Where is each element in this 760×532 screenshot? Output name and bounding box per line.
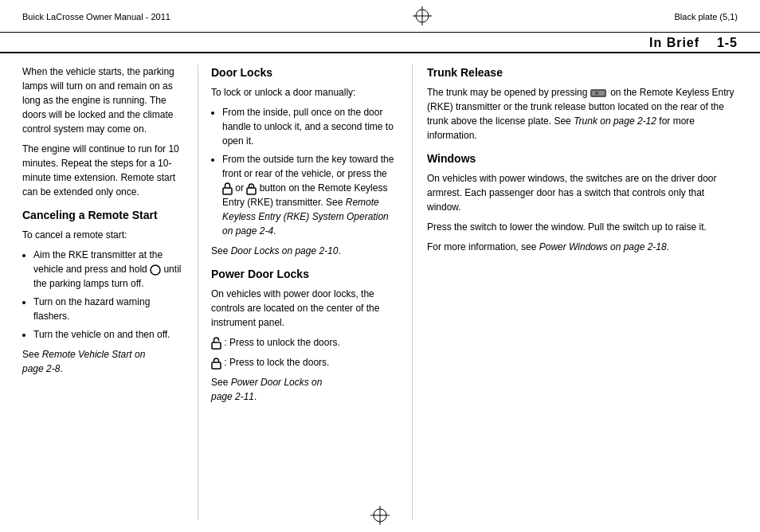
see-door-locks: See Door Locks on page 2-10. — [211, 244, 399, 258]
bottom-crosshair — [370, 506, 390, 527]
door-bullet-2: From the outside turn the key toward the… — [222, 152, 399, 238]
cancel-bullets: Aim the RKE transmitter at the vehicle a… — [33, 248, 185, 342]
col-middle: Door Locks To lock or unlock a door manu… — [198, 65, 413, 520]
svg-point-3 — [151, 265, 160, 275]
door-locks-intro: To lock or unlock a door manually: — [211, 85, 399, 100]
header-crosshair — [413, 6, 432, 27]
door-bullet-1: From the inside, pull once on the door h… — [222, 105, 399, 148]
cancel-bullet-2: Turn on the hazard warning flashers. — [33, 295, 185, 323]
page-container: Buick LaCrosse Owner Manual - 2011 Black… — [0, 0, 760, 532]
windows-p2: Press the switch to lower the window. Pu… — [427, 220, 738, 234]
windows-p3: For more information, see Power Windows … — [427, 240, 738, 254]
col-left: When the vehicle starts, the parking lam… — [22, 65, 198, 520]
power-door-locks-intro: On vehicles with power door locks, the c… — [211, 287, 399, 330]
see-remote: See Remote Vehicle Start onpage 2-8. — [22, 347, 185, 376]
door-locks-heading: Door Locks — [211, 65, 399, 81]
cancel-bullet-1: Aim the RKE transmitter at the vehicle a… — [33, 248, 185, 291]
main-content: When the vehicle starts, the parking lam… — [0, 53, 760, 528]
power-door-locks-heading: Power Door Locks — [211, 266, 399, 283]
windows-p1: On vehicles with power windows, the swit… — [427, 171, 738, 214]
trunk-p1: The trunk may be opened by pressing on t… — [427, 85, 738, 143]
lock-line: : Press to lock the doors. — [211, 355, 399, 370]
svg-rect-4 — [223, 188, 232, 194]
intro-p1: When the vehicle starts, the parking lam… — [22, 65, 185, 136]
page-title-bar: In Brief 1-5 — [0, 33, 760, 53]
intro-p2: The engine will continue to run for 10 m… — [22, 142, 185, 199]
header-left: Buick LaCrosse Owner Manual - 2011 — [22, 12, 170, 22]
see-power: See Power Door Locks onpage 2-11. — [211, 375, 399, 404]
windows-heading: Windows — [427, 151, 738, 167]
cancel-heading: Canceling a Remote Start — [22, 207, 185, 224]
svg-rect-7 — [212, 342, 221, 349]
col-right: Trunk Release The trunk may be opened by… — [413, 65, 738, 520]
page-header: Buick LaCrosse Owner Manual - 2011 Black… — [0, 0, 760, 33]
unlock-line: : Press to unlock the doors. — [211, 335, 399, 350]
trunk-heading: Trunk Release — [427, 65, 738, 81]
cancel-intro: To cancel a remote start: — [22, 228, 185, 242]
svg-rect-11 — [595, 92, 598, 95]
page-title: In Brief 1-5 — [649, 36, 738, 50]
door-locks-bullets: From the inside, pull once on the door h… — [222, 105, 399, 238]
rke-link: Remote Keyless Entry (RKE) System Operat… — [222, 197, 389, 237]
cancel-bullet-3: Turn the vehicle on and then off. — [33, 327, 185, 342]
header-right: Black plate (5,1) — [675, 12, 738, 22]
svg-rect-5 — [247, 188, 256, 194]
svg-rect-8 — [212, 362, 221, 369]
remote-link: Remote Vehicle Start onpage 2-8 — [22, 349, 145, 374]
